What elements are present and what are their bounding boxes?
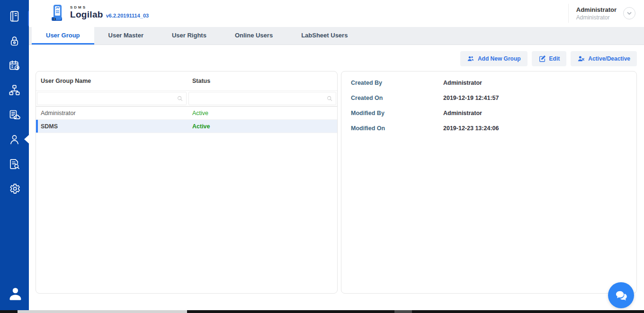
chat-fab-button[interactable]: [608, 282, 634, 308]
bottom-scrollbar[interactable]: [0, 310, 644, 313]
status-filter-input[interactable]: [188, 92, 336, 105]
user-menu-toggle[interactable]: [623, 7, 635, 19]
sidebar-item-audit[interactable]: [0, 157, 29, 170]
user-group-icon: [467, 55, 474, 63]
user-group-table-panel: User Group Name Status Administrator Act…: [36, 71, 338, 294]
tab-online-users[interactable]: Online Users: [221, 27, 287, 45]
filter-cell-name: [36, 91, 188, 106]
tab-user-rights[interactable]: User Rights: [158, 27, 221, 45]
calendar-clock-icon: [8, 59, 21, 72]
logo-text: SDMS Logilab v6.2.20191114_03: [70, 4, 149, 20]
cell-status: Active: [188, 123, 337, 130]
sidebar-item-server[interactable]: [0, 108, 29, 121]
sidebar-nav: [0, 0, 29, 206]
column-header-status[interactable]: Status: [188, 78, 337, 84]
table-row-sdms[interactable]: SDMS Active: [36, 120, 337, 133]
detail-field-modified-on: Modified On 2019-12-23 13:24:06: [341, 121, 636, 136]
logo: SDMS Logilab v6.2.20191114_03: [50, 4, 149, 23]
detail-label: Created On: [351, 95, 443, 101]
detail-label: Created By: [351, 80, 443, 86]
selected-item-notch: [24, 135, 29, 143]
version-label: v6.2.20191114_03: [106, 13, 149, 18]
tab-bar: User Group User Master User Rights Onlin…: [29, 27, 644, 45]
detail-label: Modified On: [351, 125, 443, 132]
gear-icon: [8, 182, 21, 195]
sidebar-item-security[interactable]: [0, 34, 29, 47]
user-role: Administrator: [576, 14, 617, 21]
detail-value: Administrator: [443, 80, 482, 86]
journal-icon: [8, 10, 21, 23]
brand-small-label: SDMS: [70, 5, 149, 9]
scrollbar-thumb[interactable]: [18, 310, 187, 313]
table-row-administrator[interactable]: Administrator Active: [36, 107, 337, 120]
chevron-down-icon: [626, 10, 632, 16]
logilab-logo-icon: [50, 4, 65, 23]
server-cloud-icon: [8, 108, 21, 121]
filter-cell-status: [188, 91, 337, 106]
add-new-group-label: Add New Group: [478, 55, 521, 62]
detail-field-created-on: Created On 2019-12-19 12:41:57: [341, 90, 636, 106]
app-header: SDMS Logilab v6.2.20191114_03 Administra…: [29, 0, 644, 27]
sitemap-icon: [8, 84, 21, 97]
edit-icon: [538, 55, 546, 63]
edit-button[interactable]: Edit: [532, 51, 567, 66]
table-filter-row: [36, 91, 337, 107]
search-icon: [326, 95, 333, 102]
user-name: Administrator: [576, 6, 617, 13]
column-header-user-group-name[interactable]: User Group Name: [36, 78, 188, 84]
sidebar-profile[interactable]: [0, 286, 29, 302]
cell-group-name: SDMS: [36, 123, 188, 130]
name-filter-input[interactable]: [37, 92, 187, 105]
table-header-row: User Group Name Status: [36, 72, 337, 91]
cell-status: Active: [188, 110, 337, 116]
detail-value: 2019-12-23 13:24:06: [443, 125, 499, 132]
add-new-group-button[interactable]: Add New Group: [460, 51, 528, 66]
sidebar-item-settings[interactable]: [0, 182, 29, 195]
detail-field-modified-by: Modified By Administrator: [341, 106, 636, 121]
sidebar-item-journal[interactable]: [0, 9, 29, 23]
document-search-icon: [8, 158, 21, 170]
cell-group-name: Administrator: [36, 110, 188, 116]
detail-label: Modified By: [351, 110, 443, 116]
sidebar: [0, 0, 29, 310]
detail-value: 2019-12-19 12:41:57: [443, 95, 499, 101]
chat-bubbles-icon: [614, 288, 628, 303]
sidebar-item-users[interactable]: [0, 133, 29, 146]
group-details-panel: Created By Administrator Created On 2019…: [341, 71, 637, 294]
brand-label: Logilab: [70, 9, 103, 20]
sidebar-item-schedule[interactable]: [0, 59, 29, 72]
tab-user-master[interactable]: User Master: [94, 27, 158, 45]
edit-label: Edit: [549, 55, 560, 62]
detail-field-created-by: Created By Administrator: [341, 75, 636, 90]
user-deactivate-icon: [577, 55, 585, 63]
detail-value: Administrator: [443, 110, 482, 116]
sidebar-item-hierarchy[interactable]: [0, 83, 29, 97]
search-icon: [177, 95, 183, 102]
user-names: Administrator Administrator: [576, 6, 617, 21]
toolbar: Add New Group Edit Active/Deactive: [460, 51, 637, 66]
tab-labsheet-users[interactable]: LabSheet Users: [287, 27, 362, 45]
user-menu[interactable]: Administrator Administrator: [568, 4, 635, 23]
tab-user-group[interactable]: User Group: [32, 27, 94, 45]
scrollbar-segment: [394, 310, 412, 313]
active-deactive-label: Active/Deactive: [588, 55, 630, 62]
lock-icon: [8, 35, 21, 47]
user-icon: [8, 133, 21, 146]
avatar-icon: [7, 286, 23, 302]
active-deactive-button[interactable]: Active/Deactive: [571, 51, 637, 66]
